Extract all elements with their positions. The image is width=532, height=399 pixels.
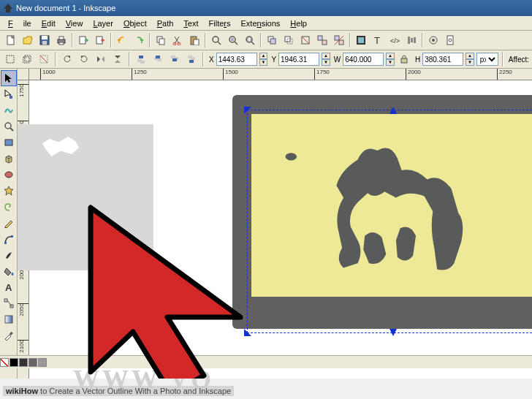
svg-rect-17	[194, 39, 199, 45]
new-button[interactable]	[3, 32, 19, 48]
paste-button[interactable]	[186, 32, 202, 48]
window-title: New document 1 - Inkscape	[16, 4, 115, 12]
swatch[interactable]	[19, 358, 28, 367]
raise-top-button[interactable]	[134, 52, 148, 66]
text-tool[interactable]: A	[1, 279, 17, 295]
flip-v-button[interactable]	[110, 52, 125, 66]
xml-editor-button[interactable]: </>	[387, 32, 403, 48]
wikihow-watermark: wikiHow to Create a Vector Outline With …	[3, 386, 234, 396]
svg-rect-73	[4, 242, 7, 244]
zoom-drawing-button[interactable]	[225, 32, 241, 48]
prefs-button[interactable]	[425, 32, 441, 48]
fill-stroke-button[interactable]	[353, 32, 369, 48]
w-input[interactable]	[343, 53, 384, 66]
selector-tool[interactable]	[1, 70, 17, 86]
calligraphy-tool[interactable]	[1, 247, 17, 263]
x-input[interactable]	[216, 53, 257, 66]
unlink-clone-button[interactable]	[297, 32, 314, 48]
svg-rect-40	[447, 36, 453, 45]
save-button[interactable]	[37, 32, 53, 48]
lower-bottom-button[interactable]	[184, 52, 199, 66]
3dbox-tool[interactable]	[1, 151, 17, 167]
star-tool[interactable]	[1, 183, 17, 199]
bucket-tool[interactable]	[1, 263, 17, 279]
lower-button[interactable]	[167, 52, 182, 66]
canvas[interactable]: 1000 1250 1500 1750 2000 2250 1750 1800 …	[18, 69, 532, 379]
menu-view[interactable]: View	[61, 18, 88, 29]
spiral-tool[interactable]	[1, 199, 17, 215]
rotate-ccw-button[interactable]	[60, 52, 75, 66]
zoom-fit-button[interactable]	[208, 32, 224, 48]
svg-rect-56	[156, 56, 160, 58]
align-button[interactable]	[403, 32, 419, 48]
menu-extensions[interactable]: Extensions	[236, 18, 286, 29]
text-dialog-button[interactable]: T	[370, 32, 386, 48]
group-button[interactable]	[314, 32, 330, 48]
swatch[interactable]	[28, 358, 37, 367]
x-spinner[interactable]: ▲▼	[259, 53, 268, 66]
connector-tool[interactable]	[1, 295, 17, 311]
zoom-page-button[interactable]	[242, 32, 258, 48]
ungroup-button[interactable]	[331, 32, 347, 48]
svg-rect-74	[11, 235, 13, 238]
menu-text[interactable]: Text	[178, 18, 203, 29]
ellipse-tool[interactable]	[1, 167, 17, 183]
svg-rect-20	[231, 38, 234, 41]
main-toolbar: T </>	[0, 31, 532, 50]
swatch[interactable]	[10, 358, 18, 367]
flip-h-button[interactable]	[94, 52, 108, 66]
clone-button[interactable]	[281, 32, 297, 48]
duplicate-button[interactable]	[264, 32, 280, 48]
h-label: H	[415, 56, 420, 64]
doc-prefs-button[interactable]	[442, 32, 458, 48]
w-spinner[interactable]: ▲▼	[386, 53, 395, 66]
svg-text:</>: </>	[390, 37, 400, 45]
swatch-none[interactable]	[0, 358, 9, 367]
menu-path[interactable]: Path	[152, 18, 179, 29]
deselect-button[interactable]	[37, 52, 51, 66]
monitor-frame	[232, 95, 532, 329]
svg-rect-35	[408, 37, 410, 44]
print-button[interactable]	[53, 32, 69, 48]
svg-marker-48	[97, 56, 100, 62]
y-spinner[interactable]: ▲▼	[322, 53, 330, 66]
copy-button[interactable]	[153, 32, 169, 48]
y-input[interactable]	[278, 53, 319, 66]
selection-handle-tl[interactable]	[244, 107, 251, 114]
menu-help[interactable]: Help	[285, 18, 312, 29]
zoom-tool[interactable]	[1, 118, 17, 134]
tweak-tool[interactable]	[1, 102, 17, 118]
svg-point-70	[5, 172, 12, 178]
svg-rect-22	[248, 37, 251, 42]
lock-aspect-button[interactable]	[397, 52, 411, 66]
bezier-tool[interactable]	[1, 231, 17, 247]
unit-select[interactable]: px	[476, 53, 498, 66]
swatch[interactable]	[38, 358, 47, 367]
rotate-cw-button[interactable]	[77, 52, 91, 66]
select-all-button[interactable]	[3, 52, 18, 66]
import-button[interactable]	[75, 32, 91, 48]
select-all-layers-button[interactable]	[20, 52, 34, 66]
h-spinner[interactable]: ▲▼	[466, 53, 474, 66]
menu-edit[interactable]: Edit	[37, 18, 61, 29]
rect-tool[interactable]	[1, 134, 17, 151]
redo-button[interactable]	[131, 32, 147, 48]
ruler-horizontal: 1000 1250 1500 1750 2000 2250	[29, 69, 532, 80]
h-input[interactable]	[422, 53, 463, 66]
gradient-tool[interactable]	[1, 311, 17, 327]
node-tool[interactable]	[1, 86, 17, 102]
cut-button[interactable]	[170, 32, 186, 48]
selection-handle-bm[interactable]	[390, 329, 397, 336]
raise-button[interactable]	[151, 52, 165, 66]
export-button[interactable]	[92, 32, 108, 48]
menu-object[interactable]: Object	[118, 18, 152, 29]
selection-handle-bl[interactable]	[244, 329, 251, 336]
open-button[interactable]	[20, 32, 36, 48]
pencil-tool[interactable]	[1, 215, 17, 231]
selection-handle-tm[interactable]	[390, 107, 397, 114]
dropper-tool[interactable]	[1, 327, 17, 343]
undo-button[interactable]	[114, 32, 130, 48]
menu-layer[interactable]: Layer	[88, 18, 118, 29]
menu-filters[interactable]: Filters	[204, 18, 236, 29]
menu-file[interactable]: File	[3, 18, 37, 29]
